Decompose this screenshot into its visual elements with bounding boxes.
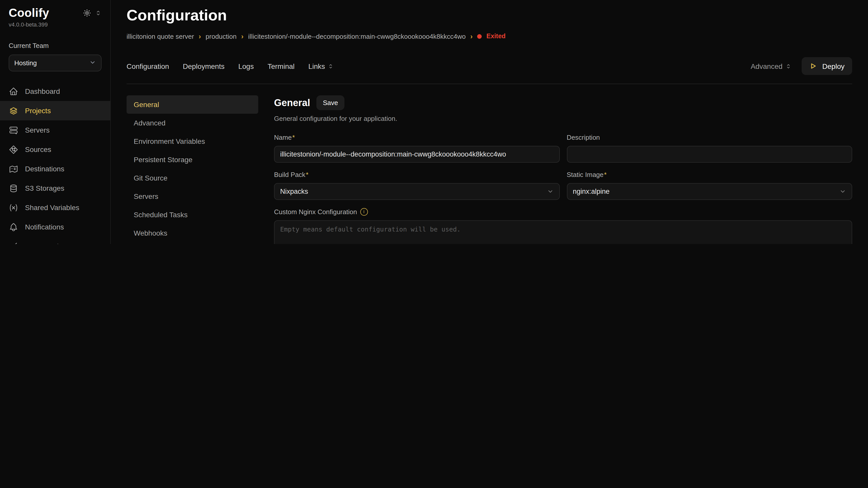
build-pack-value: Nixpacks xyxy=(280,188,308,195)
breadcrumb-item[interactable]: production xyxy=(206,32,237,40)
key-icon xyxy=(9,241,19,244)
map-icon xyxy=(9,164,19,174)
nginx-config-textarea[interactable] xyxy=(274,220,852,244)
team-select[interactable]: Hosting xyxy=(9,55,101,71)
tab-deployments[interactable]: Deployments xyxy=(183,62,224,70)
chevron-right-icon: › xyxy=(470,32,472,40)
chevron-down-icon xyxy=(839,188,846,195)
subnav-item-preview-deployments[interactable]: Preview Deployments xyxy=(127,242,258,244)
theme-selector-icon[interactable] xyxy=(95,10,101,16)
breadcrumb-item[interactable]: illicitonion quote server xyxy=(127,32,194,40)
subnav-item-general[interactable]: General xyxy=(127,95,258,114)
chevron-right-icon: › xyxy=(198,32,201,40)
home-icon xyxy=(9,87,19,96)
chevron-down-icon xyxy=(89,59,96,67)
bell-icon xyxy=(9,222,19,232)
sidebar-item-dashboard[interactable]: Dashboard xyxy=(0,82,110,101)
tab-terminal[interactable]: Terminal xyxy=(268,62,295,70)
main: Configuration illicitonion quote server›… xyxy=(111,0,868,244)
static-image-value: nginx:alpine xyxy=(573,188,610,195)
sidebar-item-label: Notifications xyxy=(25,223,64,231)
tab-configuration[interactable]: Configuration xyxy=(127,62,169,70)
sidebar-item-label: Shared Variables xyxy=(25,203,79,212)
sidebar-item-label: S3 Storages xyxy=(25,184,64,192)
config-subnav: GeneralAdvancedEnvironment VariablesPers… xyxy=(127,95,258,244)
status-dot-icon xyxy=(477,34,482,38)
app-root: Coolify v4.0.0-beta.399 Current Team Hos… xyxy=(0,0,868,244)
static-image-label: Static Image xyxy=(567,171,607,178)
sidebar-item-label: Dashboard xyxy=(25,87,60,95)
build-pack-label: Build Pack xyxy=(274,171,308,178)
tab-label: Deployments xyxy=(183,62,224,70)
subnav-item-git-source[interactable]: Git Source xyxy=(127,169,258,187)
sidebar-item-label: Projects xyxy=(25,106,51,115)
subnav-item-scheduled-tasks[interactable]: Scheduled Tasks xyxy=(127,205,258,224)
save-button[interactable]: Save xyxy=(316,95,345,110)
server-icon xyxy=(9,125,19,135)
description-input[interactable] xyxy=(567,146,852,163)
tab-label: Links xyxy=(308,62,325,70)
sidebar-item-label: Destinations xyxy=(25,165,64,173)
sidebar-item-projects[interactable]: Projects xyxy=(0,101,110,120)
name-label: Name xyxy=(274,134,295,141)
deploy-button-label: Deploy xyxy=(822,62,844,70)
app-version: v4.0.0-beta.399 xyxy=(0,22,110,28)
status-badge: Exited xyxy=(487,33,506,40)
database-icon xyxy=(9,183,19,193)
git-source-icon xyxy=(9,144,19,154)
name-input[interactable] xyxy=(274,146,560,163)
team-select-value: Hosting xyxy=(14,59,37,67)
selector-icon xyxy=(328,63,334,69)
app-title: Coolify xyxy=(9,6,49,20)
info-icon[interactable] xyxy=(360,208,368,216)
play-icon xyxy=(810,62,817,70)
deploy-button[interactable]: Deploy xyxy=(802,57,852,75)
page-title: Configuration xyxy=(127,7,852,24)
chevron-right-icon: › xyxy=(241,32,243,40)
breadcrumb: illicitonion quote server›production›ill… xyxy=(127,32,852,40)
sidebar-item-shared-variables[interactable]: Shared Variables xyxy=(0,198,110,217)
chevron-down-icon xyxy=(547,188,553,195)
sidebar-item-servers[interactable]: Servers xyxy=(0,120,110,140)
general-heading: General xyxy=(274,97,310,108)
sidebar-item-s3-storages[interactable]: S3 Storages xyxy=(0,178,110,198)
static-image-select[interactable]: nginx:alpine xyxy=(567,183,852,200)
description-label: Description xyxy=(567,134,600,141)
tab-logs[interactable]: Logs xyxy=(238,62,254,70)
sidebar-item-label: Servers xyxy=(25,126,50,134)
variables-icon xyxy=(9,203,19,213)
tab-links[interactable]: Links xyxy=(308,62,334,70)
tabs: ConfigurationDeploymentsLogsTerminalLink… xyxy=(127,62,334,70)
general-description: General configuration for your applicati… xyxy=(274,115,852,122)
config-form: General Save General configuration for y… xyxy=(274,95,852,244)
sidebar-item-destinations[interactable]: Destinations xyxy=(0,159,110,178)
layers-icon xyxy=(9,106,19,116)
current-team-label: Current Team xyxy=(0,42,110,50)
tab-label: Terminal xyxy=(268,62,295,70)
sidebar-item-keys-tokens[interactable]: Keys & Tokens xyxy=(0,237,110,244)
sidebar-item-notifications[interactable]: Notifications xyxy=(0,217,110,237)
subnav-item-persistent-storage[interactable]: Persistent Storage xyxy=(127,151,258,169)
subnav-item-environment-variables[interactable]: Environment Variables xyxy=(127,132,258,151)
tabs-divider xyxy=(127,84,852,84)
tabs-row: ConfigurationDeploymentsLogsTerminalLink… xyxy=(127,57,852,75)
build-pack-select[interactable]: Nixpacks xyxy=(274,183,560,200)
sidebar: Coolify v4.0.0-beta.399 Current Team Hos… xyxy=(0,0,111,244)
advanced-menu[interactable]: Advanced xyxy=(751,62,792,70)
sidebar-item-label: Sources xyxy=(25,145,51,154)
sidebar-item-sources[interactable]: Sources xyxy=(0,140,110,159)
subnav-item-advanced[interactable]: Advanced xyxy=(127,114,258,132)
advanced-menu-label: Advanced xyxy=(751,62,782,70)
tab-label: Logs xyxy=(238,62,254,70)
selector-icon xyxy=(785,63,792,69)
tab-label: Configuration xyxy=(127,62,169,70)
subnav-item-webhooks[interactable]: Webhooks xyxy=(127,224,258,242)
subnav-item-servers[interactable]: Servers xyxy=(127,187,258,205)
nginx-config-label: Custom Nginx Configuration xyxy=(274,208,357,216)
sidebar-item-label: Keys & Tokens xyxy=(25,242,72,244)
breadcrumb-item[interactable]: illicitestonion/-module--decomposition:m… xyxy=(248,32,466,40)
sidebar-nav: DashboardProjectsServersSourcesDestinati… xyxy=(0,82,110,244)
theme-toggle-sun-icon[interactable] xyxy=(83,9,91,17)
